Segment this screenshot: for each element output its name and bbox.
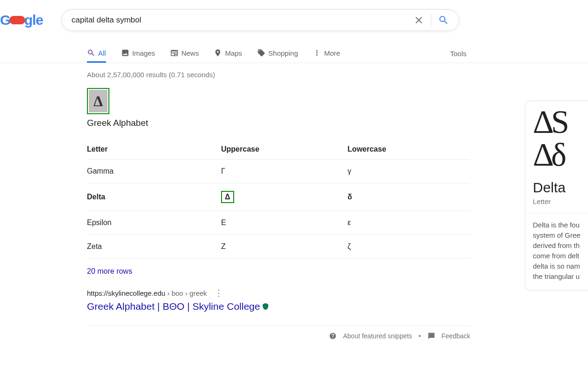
search-box bbox=[62, 9, 459, 31]
search-small-icon bbox=[87, 49, 95, 57]
tab-news[interactable]: News bbox=[170, 44, 199, 63]
knowledge-panel: ΔS Δδ Delta Letter Delta is the fou syst… bbox=[525, 101, 588, 291]
about-snippets-link[interactable]: About featured snippets bbox=[343, 332, 412, 340]
result-stats: About 2,57,00,000 results (0.71 seconds) bbox=[87, 71, 470, 79]
featured-snippet-title: Greek Alphabet bbox=[87, 118, 470, 128]
cell-lower: γ bbox=[348, 160, 470, 183]
snippet-footer: About featured snippets • Feedback bbox=[87, 325, 470, 340]
tab-more[interactable]: More bbox=[313, 44, 340, 63]
kp-title: Delta bbox=[533, 180, 588, 196]
search-result: https://skylinecollege.edu › boo › greek… bbox=[87, 288, 470, 312]
more-rows-link[interactable]: 20 more rows bbox=[87, 267, 470, 276]
tab-all[interactable]: All bbox=[87, 44, 106, 63]
tab-label: More bbox=[324, 49, 340, 57]
tab-images[interactable]: Images bbox=[121, 44, 155, 63]
search-divider bbox=[431, 14, 431, 27]
tab-label: Maps bbox=[225, 49, 242, 57]
delta-glyph-icon: Δ bbox=[89, 90, 108, 112]
cell-lower: ζ bbox=[348, 235, 470, 259]
kp-description: Delta is the fou system of Gree derived … bbox=[533, 220, 588, 282]
kp-subtitle: Letter bbox=[533, 197, 588, 205]
col-letter: Letter bbox=[87, 139, 221, 160]
featured-thumb[interactable]: Δ bbox=[87, 88, 109, 114]
result-cite[interactable]: https://skylinecollege.edu › boo › greek bbox=[87, 289, 207, 297]
col-uppercase: Uppercase bbox=[221, 139, 348, 160]
cell-lower: ε bbox=[348, 211, 470, 235]
table-row: Gamma Γ γ bbox=[87, 160, 470, 183]
dot-separator: • bbox=[419, 332, 421, 340]
cite-row: https://skylinecollege.edu › boo › greek… bbox=[87, 288, 470, 298]
image-icon bbox=[121, 49, 129, 57]
logo-letter: G bbox=[0, 12, 10, 28]
cite-path: › boo › greek bbox=[165, 289, 207, 297]
header-row: G gle bbox=[0, 0, 588, 31]
cite-host: https://skylinecollege.edu bbox=[87, 289, 165, 297]
tools-button[interactable]: Tools bbox=[450, 45, 466, 62]
logo-letter: gle bbox=[24, 12, 43, 28]
kp-divider bbox=[525, 213, 588, 213]
cell-upper: Δ bbox=[221, 183, 348, 211]
kp-glyph-row: ΔS bbox=[533, 106, 566, 139]
results-content: About 2,57,00,000 results (0.71 seconds)… bbox=[87, 63, 470, 340]
news-icon bbox=[170, 49, 179, 57]
kp-glyph-row: Δδ bbox=[533, 139, 564, 171]
col-lowercase: Lowercase bbox=[348, 139, 470, 160]
tab-shopping[interactable]: Shopping bbox=[257, 44, 298, 63]
tab-label: Shopping bbox=[268, 49, 298, 57]
clear-icon[interactable] bbox=[413, 15, 424, 26]
cell-upper: Γ bbox=[221, 160, 348, 183]
feedback-icon bbox=[428, 332, 435, 340]
map-pin-icon bbox=[214, 49, 222, 57]
cell-upper: Ζ bbox=[221, 235, 348, 259]
table-row: Epsilon Ε ε bbox=[87, 211, 470, 235]
search-input[interactable] bbox=[72, 15, 413, 25]
cell-letter: Delta bbox=[87, 183, 221, 211]
more-vert-icon bbox=[313, 49, 321, 57]
cell-upper: Ε bbox=[221, 211, 348, 235]
highlighted-delta: Δ bbox=[221, 191, 234, 203]
help-icon bbox=[329, 332, 337, 340]
greek-alphabet-table: Letter Uppercase Lowercase Gamma Γ γ Del… bbox=[87, 139, 470, 259]
result-title-link[interactable]: Greek Alphabet | ΒΘΟ | Skyline College bbox=[87, 301, 470, 312]
search-icon[interactable] bbox=[438, 15, 449, 26]
table-row: Zeta Ζ ζ bbox=[87, 235, 470, 259]
tab-label: Images bbox=[132, 49, 155, 57]
tab-label: News bbox=[181, 49, 199, 57]
logo-doodle-icon bbox=[9, 16, 25, 24]
result-title-text: Greek Alphabet | ΒΘΟ | Skyline College bbox=[87, 301, 260, 312]
table-header-row: Letter Uppercase Lowercase bbox=[87, 139, 470, 160]
cell-letter: Gamma bbox=[87, 160, 221, 183]
tag-icon bbox=[257, 49, 265, 57]
table-row: Delta Δ δ bbox=[87, 183, 470, 211]
tab-maps[interactable]: Maps bbox=[214, 44, 242, 63]
cell-letter: Zeta bbox=[87, 235, 221, 259]
verified-badge-icon bbox=[262, 303, 269, 310]
cell-lower: δ bbox=[348, 183, 470, 211]
feedback-link[interactable]: Feedback bbox=[442, 332, 470, 340]
tabs-row: All Images News Maps Shopping More Tools bbox=[87, 44, 588, 63]
cell-letter: Epsilon bbox=[87, 211, 221, 235]
result-menu-icon[interactable]: ⋮ bbox=[215, 288, 223, 298]
google-logo[interactable]: G gle bbox=[0, 12, 43, 28]
tab-label: All bbox=[98, 49, 106, 57]
kp-image-area[interactable]: ΔS Δδ bbox=[533, 101, 588, 171]
